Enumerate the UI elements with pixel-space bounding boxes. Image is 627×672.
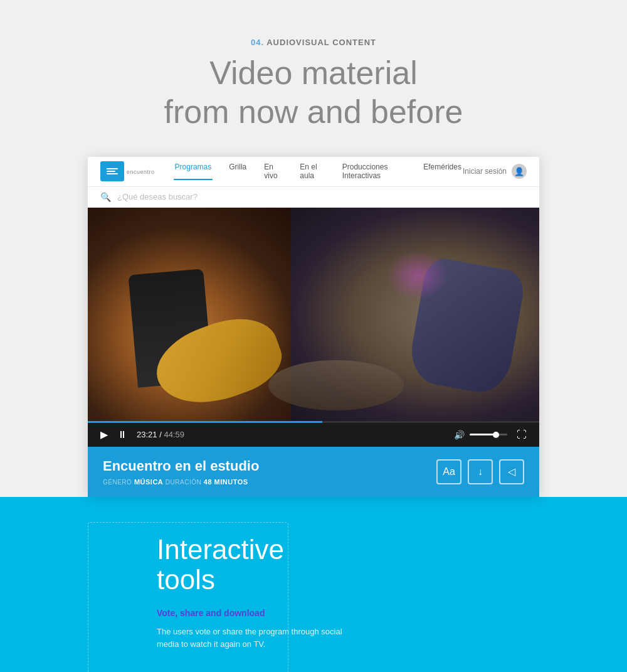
nav-link-enlaula[interactable]: En el aula xyxy=(298,163,325,180)
browser-window: encuentro Programas Grilla En vivo En el… xyxy=(88,157,539,497)
video-title: Encuentro en el estudio xyxy=(103,458,259,474)
progress-bar[interactable] xyxy=(88,421,539,423)
volume-area: 🔊 xyxy=(454,430,507,440)
purple-light xyxy=(386,250,449,301)
tools-description: The users vote or share the program thro… xyxy=(157,626,345,652)
duration-value: 48 MINUTOS xyxy=(204,478,248,486)
cyan-section: Interactive tools Vote, share and downlo… xyxy=(0,497,627,672)
tools-subtitle: Vote, share and download xyxy=(157,608,345,618)
section-label: 04. AUDIOVISUAL CONTENT xyxy=(13,38,614,47)
nav-links: Programas Grilla En vivo En el aula Prod… xyxy=(174,163,463,180)
genre-value: MÚSICA xyxy=(134,478,163,486)
video-actions: Aa ↓ ◁ xyxy=(436,459,524,484)
progress-fill xyxy=(88,421,322,423)
video-tags: GÉNERO MÚSICA DURACIÓN 48 MINUTOS xyxy=(103,478,259,486)
font-size-button[interactable]: Aa xyxy=(436,459,461,484)
duration-label: DURACIÓN xyxy=(166,479,201,486)
genre-label: GÉNERO xyxy=(103,479,132,486)
fullscreen-button[interactable]: ⛶ xyxy=(517,429,527,440)
volume-bar[interactable] xyxy=(470,434,507,435)
navbar: encuentro Programas Grilla En vivo En el… xyxy=(88,157,539,187)
time-display: 23:21 / 44:59 xyxy=(137,430,184,439)
search-icon: 🔍 xyxy=(100,192,111,202)
video-info: Encuentro en el estudio GÉNERO MÚSICA DU… xyxy=(88,447,539,497)
encuentro-logo[interactable] xyxy=(100,161,124,181)
logo-area: encuentro xyxy=(100,161,155,181)
nav-link-envivo[interactable]: En vivo xyxy=(263,163,283,180)
logo-lines xyxy=(107,168,118,174)
volume-icon[interactable]: 🔊 xyxy=(454,430,465,440)
tools-title-line1: Interactive xyxy=(157,534,284,565)
section-number: 04. xyxy=(251,38,264,47)
share-button[interactable]: ◁ xyxy=(499,459,524,484)
pause-button[interactable]: ⏸ xyxy=(117,430,127,440)
title-line2: from now and before xyxy=(164,93,463,130)
video-container xyxy=(88,208,539,421)
main-title: Video material from now and before xyxy=(13,53,614,132)
logo-line-1 xyxy=(107,168,118,169)
volume-knob xyxy=(493,432,499,438)
search-bar: 🔍 ¿Qué deseas buscar? xyxy=(88,187,539,208)
search-placeholder[interactable]: ¿Qué deseas buscar? xyxy=(117,192,198,201)
page-wrapper: 04. AUDIOVISUAL CONTENT Video material f… xyxy=(0,0,627,672)
user-avatar[interactable]: 👤 xyxy=(512,164,527,179)
logo-text: encuentro xyxy=(127,169,155,175)
title-line1: Video material xyxy=(209,55,417,91)
video-meta: Encuentro en el estudio GÉNERO MÚSICA DU… xyxy=(103,458,259,486)
volume-fill xyxy=(470,434,496,435)
tools-content: Interactive tools Vote, share and downlo… xyxy=(157,535,345,651)
video-controls: ▶ ⏸ 23:21 / 44:59 🔊 ⛶ xyxy=(88,423,539,447)
top-section: 04. AUDIOVISUAL CONTENT Video material f… xyxy=(0,0,627,157)
logo-line-2 xyxy=(107,171,115,172)
time-current: 23:21 xyxy=(137,430,157,439)
nav-link-grilla[interactable]: Grilla xyxy=(228,163,248,180)
video-background xyxy=(88,208,539,421)
nav-link-programas[interactable]: Programas xyxy=(174,163,213,180)
interactive-area: Interactive tools Vote, share and downlo… xyxy=(0,497,627,672)
tools-title-line2: tools xyxy=(157,564,215,595)
play-button[interactable]: ▶ xyxy=(100,430,108,440)
browser-outer: encuentro Programas Grilla En vivo En el… xyxy=(0,157,627,497)
section-text: AUDIOVISUAL CONTENT xyxy=(266,38,376,47)
logo-line-3 xyxy=(107,173,118,174)
logo-text-area: encuentro xyxy=(127,168,155,175)
tools-title: Interactive tools xyxy=(157,535,345,595)
drums xyxy=(268,360,404,410)
nav-link-producciones[interactable]: Producciones Interactivas xyxy=(341,163,408,180)
time-total: 44:59 xyxy=(164,430,184,439)
login-text[interactable]: Iniciar sesión xyxy=(463,167,507,176)
download-button[interactable]: ↓ xyxy=(468,459,493,484)
nav-right: Iniciar sesión 👤 xyxy=(463,164,527,179)
nav-link-efemerides[interactable]: Efemérides xyxy=(422,163,463,180)
